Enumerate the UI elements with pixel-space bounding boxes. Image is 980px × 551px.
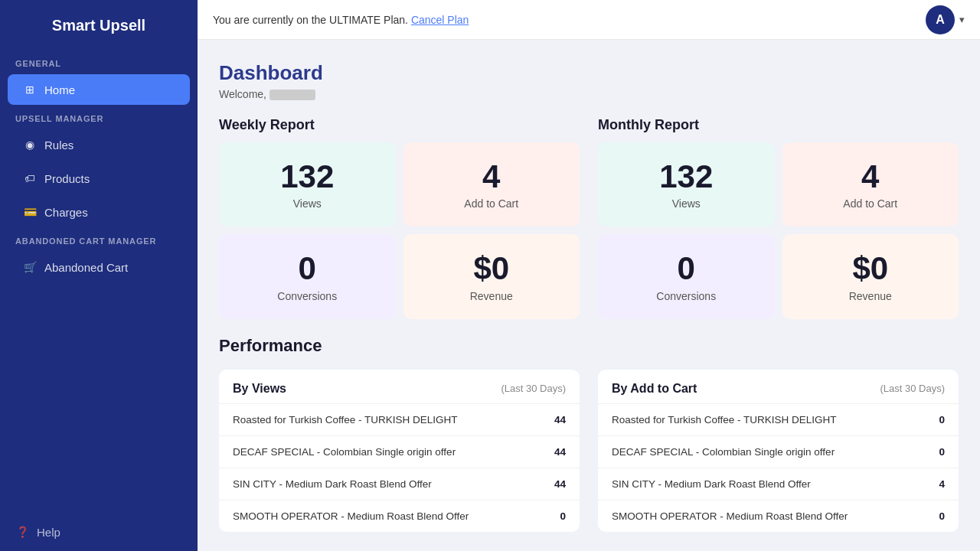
- weekly-atc-value: 4: [482, 159, 500, 194]
- product-name: Roasted for Turkish Coffee - TURKISH DEL…: [598, 403, 918, 435]
- product-name: SMOOTH OPERATOR - Medium Roast Blend Off…: [598, 500, 918, 532]
- reports-row: Weekly Report 132 Views 4 Add to Cart 0 …: [219, 117, 959, 318]
- sidebar: Smart Upsell GENERAL ⊞ Home UPSELL MANAG…: [0, 0, 198, 551]
- monthly-views-label: Views: [672, 197, 701, 210]
- monthly-conversions-card: 0 Conversions: [598, 234, 775, 318]
- avatar: A: [926, 5, 955, 34]
- topbar: You are currently on the ULTIMATE Plan. …: [198, 0, 980, 40]
- welcome-text: Welcome,: [219, 88, 959, 100]
- product-value: 0: [918, 500, 959, 532]
- weekly-rev-value: $0: [473, 251, 509, 286]
- weekly-views-value: 132: [280, 159, 334, 194]
- help-icon: ❓: [15, 525, 29, 539]
- monthly-title: Monthly Report: [598, 117, 959, 133]
- by-atc-table: Roasted for Turkish Coffee - TURKISH DEL…: [598, 403, 959, 532]
- home-icon: ⊞: [23, 83, 37, 96]
- sidebar-section-abandoned: ABANDONED CART MANAGER: [0, 229, 198, 250]
- weekly-revenue-card: $0 Revenue: [403, 234, 580, 318]
- monthly-rev-value: $0: [852, 251, 888, 286]
- charges-icon: 💳: [23, 205, 37, 219]
- weekly-add-to-cart-card: 4 Add to Cart: [403, 142, 580, 227]
- monthly-atc-label: Add to Cart: [843, 197, 897, 210]
- product-name: SIN CITY - Medium Dark Roast Blend Offer: [598, 468, 918, 500]
- monthly-conv-value: 0: [678, 251, 695, 286]
- monthly-views-card: 132 Views: [598, 142, 775, 227]
- by-views-title: By Views: [233, 382, 286, 396]
- main-area: You are currently on the ULTIMATE Plan. …: [198, 0, 980, 551]
- performance-title: Performance: [219, 336, 959, 356]
- table-row: SIN CITY - Medium Dark Roast Blend Offer…: [598, 468, 959, 500]
- product-value: 44: [533, 435, 580, 468]
- table-row: DECAF SPECIAL - Colombian Single origin …: [598, 435, 959, 468]
- app-title: Smart Upsell: [0, 0, 198, 51]
- monthly-report: Monthly Report 132 Views 4 Add to Cart 0…: [598, 117, 959, 318]
- sidebar-item-charges[interactable]: 💳 Charges: [8, 197, 190, 227]
- by-views-table: Roasted for Turkish Coffee - TURKISH DEL…: [219, 403, 580, 532]
- by-atc-header: By Add to Cart (Last 30 Days): [598, 370, 959, 403]
- sidebar-item-home[interactable]: ⊞ Home: [8, 74, 190, 105]
- weekly-rev-label: Revenue: [470, 290, 513, 302]
- page-title: Dashboard: [219, 61, 959, 85]
- table-row: SIN CITY - Medium Dark Roast Blend Offer…: [219, 468, 580, 500]
- weekly-conv-value: 0: [299, 251, 316, 286]
- weekly-atc-label: Add to Cart: [464, 197, 518, 210]
- product-name: DECAF SPECIAL - Colombian Single origin …: [219, 435, 533, 468]
- weekly-conversions-card: 0 Conversions: [219, 234, 396, 318]
- product-value: 0: [918, 435, 959, 468]
- sidebar-item-label-charges: Charges: [44, 206, 88, 219]
- weekly-title: Weekly Report: [219, 117, 580, 133]
- product-value: 0: [918, 403, 959, 435]
- user-menu[interactable]: A ▾: [926, 5, 965, 34]
- weekly-report: Weekly Report 132 Views 4 Add to Cart 0 …: [219, 117, 580, 318]
- product-value: 44: [533, 468, 580, 500]
- help-item[interactable]: ❓ Help: [0, 513, 198, 551]
- products-icon: 🏷: [23, 171, 37, 185]
- sidebar-item-abandoned-cart[interactable]: 🛒 Abandoned Cart: [8, 252, 190, 282]
- sidebar-item-label-home: Home: [44, 83, 75, 96]
- sidebar-section-general: GENERAL: [0, 51, 198, 73]
- sidebar-item-rules[interactable]: ◉ Rules: [8, 129, 190, 160]
- product-name: DECAF SPECIAL - Colombian Single origin …: [598, 435, 918, 468]
- table-row: Roasted for Turkish Coffee - TURKISH DEL…: [598, 403, 959, 435]
- user-name-placeholder: [270, 90, 315, 100]
- by-atc-subtitle: (Last 30 Days): [880, 383, 945, 394]
- product-name: SIN CITY - Medium Dark Roast Blend Offer: [219, 468, 533, 500]
- weekly-conv-label: Conversions: [277, 290, 337, 302]
- monthly-rev-label: Revenue: [849, 290, 892, 302]
- table-row: DECAF SPECIAL - Colombian Single origin …: [219, 435, 580, 468]
- table-row: Roasted for Turkish Coffee - TURKISH DEL…: [219, 403, 580, 435]
- monthly-conv-label: Conversions: [656, 290, 716, 302]
- sidebar-help-label: Help: [37, 526, 60, 539]
- monthly-add-to-cart-card: 4 Add to Cart: [782, 142, 959, 227]
- monthly-views-value: 132: [659, 159, 713, 194]
- abandoned-cart-icon: 🛒: [23, 260, 37, 274]
- by-atc-title: By Add to Cart: [612, 382, 697, 396]
- product-name: Roasted for Turkish Coffee - TURKISH DEL…: [219, 403, 533, 435]
- sidebar-item-label-abandoned: Abandoned Cart: [44, 261, 128, 274]
- sidebar-item-label-rules: Rules: [44, 139, 74, 152]
- sidebar-section-upsell: UPSELL MANAGER: [0, 106, 198, 128]
- performance-row: By Views (Last 30 Days) Roasted for Turk…: [219, 370, 959, 532]
- product-value: 4: [918, 468, 959, 500]
- table-row: SMOOTH OPERATOR - Medium Roast Blend Off…: [598, 500, 959, 532]
- by-views-header: By Views (Last 30 Days): [219, 370, 580, 403]
- cancel-plan-link[interactable]: Cancel Plan: [411, 14, 469, 26]
- monthly-revenue-card: $0 Revenue: [782, 234, 959, 318]
- rules-icon: ◉: [23, 138, 37, 152]
- sidebar-item-products[interactable]: 🏷 Products: [8, 163, 190, 194]
- monthly-atc-value: 4: [861, 159, 879, 194]
- by-views-subtitle: (Last 30 Days): [501, 383, 566, 394]
- product-value: 0: [533, 500, 580, 532]
- weekly-views-card: 132 Views: [219, 142, 396, 227]
- monthly-stats: 132 Views 4 Add to Cart 0 Conversions $0…: [598, 142, 959, 318]
- weekly-views-label: Views: [293, 197, 322, 210]
- table-row: SMOOTH OPERATOR - Medium Roast Blend Off…: [219, 500, 580, 532]
- product-value: 44: [533, 403, 580, 435]
- content-area: Dashboard Welcome, Weekly Report 132 Vie…: [198, 40, 980, 551]
- chevron-down-icon: ▾: [959, 14, 965, 25]
- weekly-stats: 132 Views 4 Add to Cart 0 Conversions $0…: [219, 142, 580, 318]
- product-name: SMOOTH OPERATOR - Medium Roast Blend Off…: [219, 500, 533, 532]
- by-atc-section: By Add to Cart (Last 30 Days) Roasted fo…: [598, 370, 959, 532]
- plan-text: You are currently on the ULTIMATE Plan. …: [213, 14, 469, 26]
- by-views-section: By Views (Last 30 Days) Roasted for Turk…: [219, 370, 580, 532]
